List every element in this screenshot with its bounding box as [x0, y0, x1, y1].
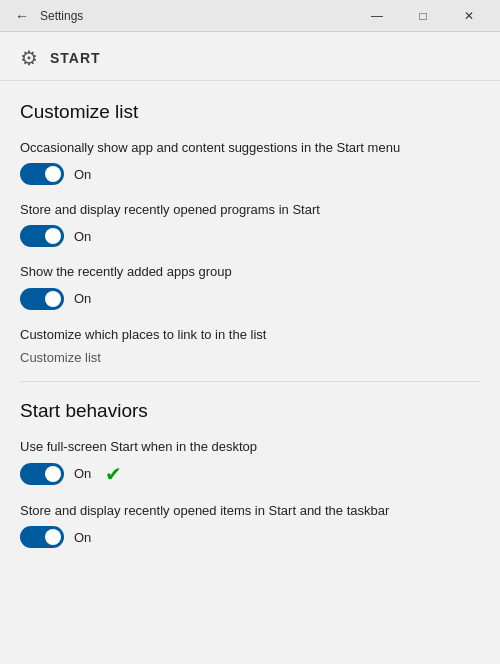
recent-programs-slider [20, 225, 64, 247]
fullscreen-setting: Use full-screen Start when in the deskto… [20, 438, 480, 486]
close-button[interactable]: ✕ [446, 0, 492, 32]
fullscreen-toggle[interactable] [20, 463, 64, 485]
suggestions-slider [20, 163, 64, 185]
settings-window: ← Settings — □ ✕ ⚙ START Customize list … [0, 0, 500, 664]
fullscreen-knob [45, 466, 61, 482]
window-controls: — □ ✕ [354, 0, 492, 32]
recent-apps-state: On [74, 291, 91, 306]
section-divider [20, 381, 480, 382]
suggestions-label: Occasionally show app and content sugges… [20, 139, 480, 157]
recent-items-toggle-row: On [20, 526, 480, 548]
recent-apps-label: Show the recently added apps group [20, 263, 480, 281]
start-behaviors-section: Start behaviors Use full-screen Start wh… [20, 400, 480, 548]
recent-apps-setting: Show the recently added apps group On [20, 263, 480, 309]
title-bar: ← Settings — □ ✕ [0, 0, 500, 32]
recent-items-toggle[interactable] [20, 526, 64, 548]
recent-programs-toggle[interactable] [20, 225, 64, 247]
minimize-icon: — [371, 9, 383, 23]
suggestions-knob [45, 166, 61, 182]
page-header: ⚙ START [0, 32, 500, 81]
window-title: Settings [36, 9, 354, 23]
recent-programs-label: Store and display recently opened progra… [20, 201, 480, 219]
maximize-icon: □ [419, 9, 426, 23]
page-title: START [50, 50, 101, 66]
recent-items-state: On [74, 530, 91, 545]
fullscreen-label: Use full-screen Start when in the deskto… [20, 438, 480, 456]
fullscreen-toggle-row: On ✔ [20, 462, 480, 486]
customize-link-sublabel[interactable]: Customize list [20, 350, 480, 365]
recent-apps-toggle-row: On [20, 288, 480, 310]
back-icon: ← [15, 8, 29, 24]
fullscreen-slider [20, 463, 64, 485]
customize-link-label: Customize which places to link to in the… [20, 326, 480, 344]
minimize-button[interactable]: — [354, 0, 400, 32]
recent-programs-toggle-row: On [20, 225, 480, 247]
fullscreen-state: On [74, 466, 91, 481]
recent-apps-slider [20, 288, 64, 310]
close-icon: ✕ [464, 9, 474, 23]
recent-apps-toggle[interactable] [20, 288, 64, 310]
start-behaviors-heading: Start behaviors [20, 400, 480, 422]
recent-items-setting: Store and display recently opened items … [20, 502, 480, 548]
recent-programs-state: On [74, 229, 91, 244]
suggestions-toggle-row: On [20, 163, 480, 185]
recent-apps-knob [45, 291, 61, 307]
checkmark-icon: ✔ [105, 462, 122, 486]
suggestions-toggle[interactable] [20, 163, 64, 185]
recent-programs-knob [45, 228, 61, 244]
recent-programs-setting: Store and display recently opened progra… [20, 201, 480, 247]
customize-list-section: Customize list Occasionally show app and… [20, 101, 480, 365]
settings-icon: ⚙ [20, 46, 38, 70]
customize-list-heading: Customize list [20, 101, 480, 123]
suggestions-state: On [74, 167, 91, 182]
back-button[interactable]: ← [8, 2, 36, 30]
recent-items-slider [20, 526, 64, 548]
recent-items-knob [45, 529, 61, 545]
maximize-button[interactable]: □ [400, 0, 446, 32]
suggestions-setting: Occasionally show app and content sugges… [20, 139, 480, 185]
customize-link-item: Customize which places to link to in the… [20, 326, 480, 365]
main-content: Customize list Occasionally show app and… [0, 81, 500, 664]
recent-items-label: Store and display recently opened items … [20, 502, 480, 520]
